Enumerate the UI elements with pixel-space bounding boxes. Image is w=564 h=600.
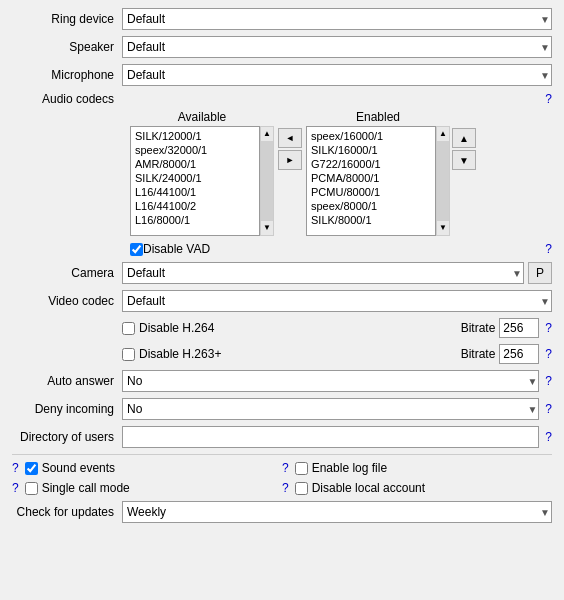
list-item[interactable]: speex/32000/1 <box>133 143 257 157</box>
h264-help[interactable]: ? <box>545 321 552 335</box>
h263-help[interactable]: ? <box>545 347 552 361</box>
enable-log-help[interactable]: ? <box>282 461 289 475</box>
auto-answer-row: Auto answer No Yes Always ▼ ? <box>12 370 552 392</box>
check-updates-label: Check for updates <box>12 505 122 519</box>
speaker-select[interactable]: Default System Default Device 1 <box>122 36 552 58</box>
disable-local-label: Disable local account <box>312 481 425 495</box>
list-item[interactable]: PCMU/8000/1 <box>309 185 433 199</box>
move-down-button[interactable]: ▼ <box>452 150 476 170</box>
deny-incoming-help[interactable]: ? <box>545 402 552 416</box>
list-item[interactable]: L16/44100/1 <box>133 185 257 199</box>
disable-h264-checkbox[interactable] <box>122 322 135 335</box>
available-scrollbar: ▲ ▼ <box>260 126 274 236</box>
deny-incoming-select[interactable]: No Yes Always <box>122 398 539 420</box>
list-item[interactable]: SILK/24000/1 <box>133 171 257 185</box>
deny-incoming-select-wrapper: No Yes Always ▼ <box>122 398 539 420</box>
enable-log-label: Enable log file <box>312 461 387 475</box>
enable-log-checkbox[interactable] <box>295 462 308 475</box>
check-updates-select[interactable]: Weekly Daily Monthly Never <box>122 501 552 523</box>
audio-codecs-section: Audio codecs ? Available SILK/12000/1 sp… <box>12 92 552 236</box>
h264-bitrate-input[interactable]: 256 <box>499 318 539 338</box>
list-item[interactable]: speex/16000/1 <box>309 129 433 143</box>
list-item[interactable]: L16/8000/1 <box>133 213 257 227</box>
auto-answer-help[interactable]: ? <box>545 374 552 388</box>
disable-local-help[interactable]: ? <box>282 481 289 495</box>
settings-panel: Ring device Default System Default Devic… <box>0 0 564 537</box>
disable-h264-row: Disable H.264 Bitrate 256 ? <box>12 318 552 338</box>
enabled-label: Enabled <box>356 110 400 124</box>
disable-vad-row: Disable VAD ? <box>130 242 552 256</box>
list-item[interactable]: speex/8000/1 <box>309 199 433 213</box>
ring-device-row: Ring device Default System Default Devic… <box>12 8 552 30</box>
list-item[interactable]: SILK/8000/1 <box>309 213 433 227</box>
scroll-down-icon[interactable]: ▼ <box>261 221 273 235</box>
audio-codecs-help[interactable]: ? <box>545 92 552 106</box>
available-label: Available <box>178 110 226 124</box>
directory-users-help[interactable]: ? <box>545 430 552 444</box>
camera-select-wrapper: Default System Default Device 1 ▼ <box>122 262 524 284</box>
list-item[interactable]: L16/44100/2 <box>133 199 257 213</box>
list-item[interactable]: SILK/16000/1 <box>309 143 433 157</box>
sound-events-checkbox[interactable] <box>25 462 38 475</box>
auto-answer-label: Auto answer <box>12 374 122 388</box>
list-item[interactable]: AMR/8000/1 <box>133 157 257 171</box>
single-call-checkbox[interactable] <box>25 482 38 495</box>
enabled-codec-column: Enabled speex/16000/1 SILK/16000/1 G722/… <box>306 110 450 236</box>
move-left-button[interactable]: ► <box>278 150 302 170</box>
sound-events-help[interactable]: ? <box>12 461 19 475</box>
deny-incoming-label: Deny incoming <box>12 402 122 416</box>
camera-p-button[interactable]: P <box>528 262 552 284</box>
camera-label: Camera <box>12 266 122 280</box>
disable-vad-checkbox[interactable] <box>130 243 143 256</box>
h263-bitrate-label: Bitrate <box>461 347 496 361</box>
camera-select[interactable]: Default System Default Device 1 <box>122 262 524 284</box>
disable-h264-label: Disable H.264 <box>139 321 214 335</box>
deny-incoming-row: Deny incoming No Yes Always ▼ ? <box>12 398 552 420</box>
auto-answer-select[interactable]: No Yes Always <box>122 370 539 392</box>
list-item[interactable]: SILK/12000/1 <box>133 129 257 143</box>
disable-h263-row: Disable H.263+ Bitrate 256 ? <box>12 344 552 364</box>
move-right-button[interactable]: ◄ <box>278 128 302 148</box>
sound-events-item: Sound events <box>25 461 282 475</box>
enabled-codec-list[interactable]: speex/16000/1 SILK/16000/1 G722/16000/1 … <box>306 126 436 236</box>
bottom-row-2: ? Single call mode ? Disable local accou… <box>12 481 552 495</box>
enabled-scroll-up-icon[interactable]: ▲ <box>437 127 449 141</box>
available-codec-list[interactable]: SILK/12000/1 speex/32000/1 AMR/8000/1 SI… <box>130 126 260 236</box>
codec-updown-arrows: ▲ ▼ <box>452 128 476 172</box>
disable-local-checkbox[interactable] <box>295 482 308 495</box>
disable-vad-help[interactable]: ? <box>545 242 552 256</box>
h263-bitrate-input[interactable]: 256 <box>499 344 539 364</box>
move-up-button[interactable]: ▲ <box>452 128 476 148</box>
ring-device-select[interactable]: Default System Default Device 1 <box>122 8 552 30</box>
codec-move-arrows: ◄ ► <box>278 128 302 172</box>
enabled-scroll-down-icon[interactable]: ▼ <box>437 221 449 235</box>
enabled-scroll-track <box>437 141 449 221</box>
list-item[interactable]: PCMA/8000/1 <box>309 171 433 185</box>
video-codec-select-wrapper: Default H.264 H.263+ VP8 ▼ <box>122 290 552 312</box>
camera-row: Camera Default System Default Device 1 ▼… <box>12 262 552 284</box>
audio-codecs-header: Audio codecs ? <box>12 92 552 106</box>
sound-events-label: Sound events <box>42 461 115 475</box>
list-item[interactable]: G722/16000/1 <box>309 157 433 171</box>
check-updates-row: Check for updates Weekly Daily Monthly N… <box>12 501 552 523</box>
directory-users-row: Directory of users ? <box>12 426 552 448</box>
audio-codecs-label: Audio codecs <box>12 92 122 106</box>
disable-h263-checkbox[interactable] <box>122 348 135 361</box>
disable-h263-label: Disable H.263+ <box>139 347 221 361</box>
single-call-item: Single call mode <box>25 481 282 495</box>
scroll-track <box>261 141 273 221</box>
single-call-help[interactable]: ? <box>12 481 19 495</box>
bottom-section: ? Sound events ? Enable log file ? Singl… <box>12 454 552 523</box>
single-call-label: Single call mode <box>42 481 130 495</box>
scroll-up-icon[interactable]: ▲ <box>261 127 273 141</box>
speaker-label: Speaker <box>12 40 122 54</box>
speaker-row: Speaker Default System Default Device 1 … <box>12 36 552 58</box>
video-codec-select[interactable]: Default H.264 H.263+ VP8 <box>122 290 552 312</box>
ring-device-label: Ring device <box>12 12 122 26</box>
speaker-select-wrapper: Default System Default Device 1 ▼ <box>122 36 552 58</box>
bottom-row-1: ? Sound events ? Enable log file <box>12 461 552 475</box>
microphone-select[interactable]: Default System Default Device 1 <box>122 64 552 86</box>
directory-users-input[interactable] <box>122 426 539 448</box>
video-codec-label: Video codec <box>12 294 122 308</box>
enable-log-item: Enable log file <box>295 461 552 475</box>
